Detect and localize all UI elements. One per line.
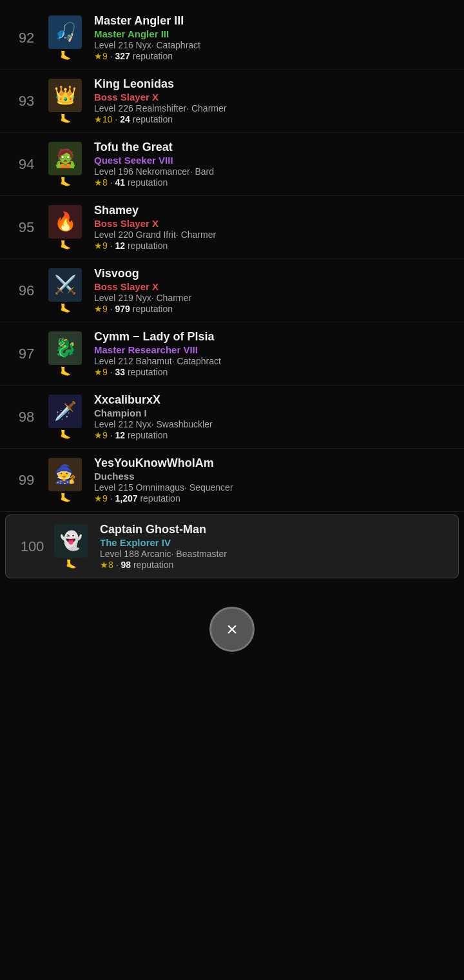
rep-info: ★9 · 33 reputation: [94, 367, 454, 377]
rep-count: 327: [115, 51, 130, 61]
avatar: ⚔️: [48, 268, 82, 302]
leaderboard-entry: 96 ⚔️ 🦶 Visvoog Boss Slayer X Level 219 …: [0, 259, 464, 322]
avatar-wrapper: 🗡️ 🦶: [43, 395, 88, 440]
leaderboard-entry: 97 🐉 🦶 Cymm − Lady of Plsia Master Resea…: [0, 322, 464, 386]
rep-info: ★9 · 1,207 reputation: [94, 493, 454, 504]
title-badge: Boss Slayer X: [94, 281, 454, 292]
username: King Leonidas: [94, 77, 454, 91]
username: Tofu the Great: [94, 141, 454, 154]
star-icon: ★9: [94, 367, 108, 377]
rep-label: reputation: [133, 560, 173, 570]
star-icon: ★9: [94, 430, 108, 440]
title-badge: Quest Seeker VIII: [94, 155, 454, 166]
rep-info: ★10 · 24 reputation: [94, 114, 454, 124]
title-badge: Duchess: [94, 471, 454, 482]
rep-info: ★9 · 979 reputation: [94, 304, 454, 314]
title-badge: The Explorer IV: [100, 537, 448, 548]
username: XxcaliburxX: [94, 393, 454, 407]
title-badge: Boss Slayer X: [94, 92, 454, 103]
rep-count: 33: [115, 367, 125, 377]
player-info: Shamey Boss Slayer X Level 220 Grand Ifr…: [88, 204, 454, 251]
rep-label: reputation: [133, 51, 173, 61]
rep-label: reputation: [128, 367, 168, 377]
rep-count: 1,207: [115, 493, 137, 504]
rep-separator: ·: [115, 114, 117, 124]
title-badge: Champion I: [94, 407, 454, 418]
player-info: King Leonidas Boss Slayer X Level 226 Re…: [88, 77, 454, 124]
avatar: 🗡️: [48, 395, 82, 428]
avatar-badge: 🦶: [60, 113, 71, 124]
avatar-wrapper: 🐉 🦶: [43, 331, 88, 377]
username: Cymm − Lady of Plsia: [94, 330, 454, 344]
avatar-badge: 🦶: [66, 559, 77, 569]
rank-number: 92: [10, 30, 43, 46]
level-info: Level 212 Bahamut· Cataphract: [94, 356, 454, 366]
rep-label: reputation: [133, 304, 173, 314]
avatar: 🧙: [48, 458, 82, 491]
avatar: 🔥: [48, 205, 82, 239]
rep-count: 12: [115, 240, 125, 251]
player-info: YesYouKnowWhoIAm Duchess Level 215 Omnim…: [88, 456, 454, 504]
avatar-badge: 🦶: [60, 303, 71, 313]
level-info: Level 188 Arcanic· Beastmaster: [100, 549, 448, 559]
close-button-wrapper: ×: [0, 587, 464, 678]
avatar: 🎣: [48, 15, 82, 49]
avatar-badge: 🦶: [60, 50, 71, 61]
leaderboard-entry: 100 👻 🦶 Captain Ghost-Man The Explorer I…: [5, 514, 459, 578]
rank-number: 96: [10, 282, 43, 299]
avatar-wrapper: 🧙 🦶: [43, 458, 88, 503]
player-info: Captain Ghost-Man The Explorer IV Level …: [93, 523, 448, 570]
level-info: Level 212 Nyx· Swashbuckler: [94, 419, 454, 429]
rep-separator: ·: [116, 560, 119, 570]
username: Captain Ghost-Man: [100, 523, 448, 536]
rep-label: reputation: [128, 240, 168, 251]
leaderboard-entry: 95 🔥 🦶 Shamey Boss Slayer X Level 220 Gr…: [0, 196, 464, 259]
rep-info: ★9 · 12 reputation: [94, 240, 454, 251]
avatar-wrapper: 👻 🦶: [48, 524, 93, 569]
player-info: Master Angler III Master Angler III Leve…: [88, 14, 454, 61]
rank-number: 95: [10, 219, 43, 236]
level-info: Level 196 Nekromancer· Bard: [94, 166, 454, 177]
level-info: Level 219 Nyx· Charmer: [94, 293, 454, 303]
rank-number: 97: [10, 346, 43, 362]
player-info: XxcaliburxX Champion I Level 212 Nyx· Sw…: [88, 393, 454, 440]
rep-count: 41: [115, 177, 125, 188]
star-icon: ★9: [94, 493, 108, 504]
star-icon: ★9: [94, 51, 108, 61]
star-icon: ★8: [94, 177, 108, 188]
rep-separator: ·: [110, 304, 113, 314]
avatar: 👑: [48, 79, 82, 112]
rep-label: reputation: [133, 114, 173, 124]
rep-label: reputation: [128, 177, 168, 188]
title-badge: Master Angler III: [94, 28, 454, 39]
rep-count: 12: [115, 430, 125, 440]
player-info: Visvoog Boss Slayer X Level 219 Nyx· Cha…: [88, 267, 454, 314]
player-info: Tofu the Great Quest Seeker VIII Level 1…: [88, 141, 454, 188]
rep-info: ★8 · 41 reputation: [94, 177, 454, 188]
leaderboard-entry: 94 🧟 🦶 Tofu the Great Quest Seeker VIII …: [0, 133, 464, 196]
leaderboard-list: 92 🎣 🦶 Master Angler III Master Angler I…: [0, 0, 464, 587]
avatar-badge: 🦶: [60, 493, 71, 503]
avatar-badge: 🦶: [60, 429, 71, 440]
level-info: Level 216 Nyx· Cataphract: [94, 40, 454, 50]
avatar-badge: 🦶: [60, 366, 71, 377]
username: Master Angler III: [94, 14, 454, 28]
username: Shamey: [94, 204, 454, 217]
avatar-wrapper: 🎣 🦶: [43, 15, 88, 61]
rep-info: ★8 · 98 reputation: [100, 560, 448, 570]
rank-number: 100: [16, 538, 48, 555]
rank-number: 98: [10, 409, 43, 426]
rep-count: 24: [120, 114, 130, 124]
level-info: Level 215 Omnimagus· Sequencer: [94, 482, 454, 493]
avatar-wrapper: ⚔️ 🦶: [43, 268, 88, 313]
rep-count: 979: [115, 304, 130, 314]
avatar-badge: 🦶: [60, 177, 71, 187]
rep-info: ★9 · 327 reputation: [94, 51, 454, 61]
avatar: 🧟: [48, 142, 82, 175]
leaderboard-entry: 92 🎣 🦶 Master Angler III Master Angler I…: [0, 6, 464, 70]
title-badge: Master Researcher VIII: [94, 344, 454, 355]
close-button[interactable]: ×: [209, 607, 255, 652]
leaderboard-entry: 99 🧙 🦶 YesYouKnowWhoIAm Duchess Level 21…: [0, 449, 464, 512]
rep-count: 98: [121, 560, 131, 570]
star-icon: ★10: [94, 114, 113, 124]
